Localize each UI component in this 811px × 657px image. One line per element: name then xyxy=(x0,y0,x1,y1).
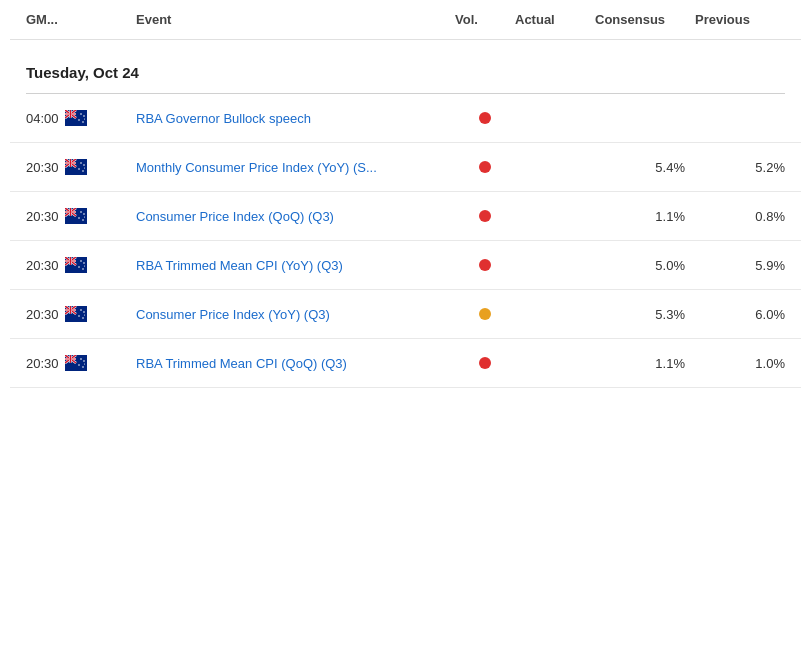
previous-value: 1.0% xyxy=(695,356,785,371)
events-list: 04:00 RBA Governor Bullock speech20:30 xyxy=(10,94,801,388)
svg-point-85 xyxy=(80,358,82,360)
svg-point-74 xyxy=(84,315,85,316)
high-vol-indicator xyxy=(479,161,491,173)
flag-au-icon xyxy=(65,355,87,371)
svg-rect-84 xyxy=(65,359,76,360)
svg-point-55 xyxy=(80,260,82,262)
high-vol-indicator xyxy=(479,210,491,222)
high-vol-indicator xyxy=(479,259,491,271)
col-previous: Previous xyxy=(695,12,785,27)
svg-rect-24 xyxy=(65,163,76,164)
event-time: 20:30 xyxy=(26,160,59,175)
vol-cell xyxy=(455,259,515,271)
event-time: 20:30 xyxy=(26,307,59,322)
event-name[interactable]: RBA Governor Bullock speech xyxy=(136,111,455,126)
svg-point-28 xyxy=(82,170,84,172)
consensus-value: 5.4% xyxy=(595,160,695,175)
event-time: 20:30 xyxy=(26,258,59,273)
svg-rect-54 xyxy=(65,261,76,262)
svg-rect-69 xyxy=(65,310,76,311)
table-row[interactable]: 20:30 RBA Trimmed Mean CPI (QoQ) (Q3)1.1… xyxy=(10,339,801,388)
consensus-value: 5.0% xyxy=(595,258,695,273)
vol-cell xyxy=(455,357,515,369)
svg-point-57 xyxy=(78,266,80,268)
flag-au-icon xyxy=(65,208,87,224)
time-cell: 20:30 xyxy=(26,159,136,175)
section-date: Tuesday, Oct 24 xyxy=(10,40,801,93)
time-cell: 20:30 xyxy=(26,355,136,371)
event-name[interactable]: Consumer Price Index (YoY) (Q3) xyxy=(136,307,455,322)
svg-point-12 xyxy=(78,119,80,121)
vol-cell xyxy=(455,161,515,173)
col-event: Event xyxy=(136,12,455,27)
svg-point-58 xyxy=(82,268,84,270)
col-consensus: Consensus xyxy=(595,12,695,27)
time-cell: 20:30 xyxy=(26,257,136,273)
consensus-value: 1.1% xyxy=(595,209,695,224)
consensus-value: 1.1% xyxy=(595,356,695,371)
svg-point-43 xyxy=(82,219,84,221)
high-vol-indicator xyxy=(479,112,491,124)
table-row[interactable]: 20:30 Consumer Price Index (QoQ) (Q3)1.1… xyxy=(10,192,801,241)
col-actual: Actual xyxy=(515,12,595,27)
svg-point-88 xyxy=(82,366,84,368)
event-name[interactable]: RBA Trimmed Mean CPI (YoY) (Q3) xyxy=(136,258,455,273)
time-cell: 20:30 xyxy=(26,306,136,322)
svg-point-25 xyxy=(80,162,82,164)
event-name[interactable]: Consumer Price Index (QoQ) (Q3) xyxy=(136,209,455,224)
svg-point-72 xyxy=(78,315,80,317)
col-vol: Vol. xyxy=(455,12,515,27)
event-time: 20:30 xyxy=(26,209,59,224)
svg-point-71 xyxy=(83,311,85,313)
previous-value: 5.2% xyxy=(695,160,785,175)
svg-point-10 xyxy=(80,113,82,115)
vol-cell xyxy=(455,308,515,320)
svg-point-42 xyxy=(78,217,80,219)
svg-point-13 xyxy=(82,121,84,123)
flag-au-icon xyxy=(65,110,87,126)
col-gmt: GM... xyxy=(26,12,136,27)
svg-point-11 xyxy=(83,115,85,117)
event-name[interactable]: RBA Trimmed Mean CPI (QoQ) (Q3) xyxy=(136,356,455,371)
svg-point-89 xyxy=(84,364,85,365)
vol-cell xyxy=(455,210,515,222)
table-row[interactable]: 20:30 Monthly Consumer Price Index (YoY)… xyxy=(10,143,801,192)
vol-cell xyxy=(455,112,515,124)
time-cell: 04:00 xyxy=(26,110,136,126)
svg-point-26 xyxy=(83,164,85,166)
svg-point-70 xyxy=(80,309,82,311)
medium-vol-indicator xyxy=(479,308,491,320)
table-row[interactable]: 20:30 Consumer Price Index (YoY) (Q3)5.3… xyxy=(10,290,801,339)
flag-au-icon xyxy=(65,257,87,273)
svg-point-29 xyxy=(84,168,85,169)
svg-point-87 xyxy=(78,364,80,366)
svg-point-14 xyxy=(84,119,85,120)
time-cell: 20:30 xyxy=(26,208,136,224)
high-vol-indicator xyxy=(479,357,491,369)
flag-au-icon xyxy=(65,306,87,322)
table-row[interactable]: 20:30 RBA Trimmed Mean CPI (YoY) (Q3)5.0… xyxy=(10,241,801,290)
svg-point-86 xyxy=(83,360,85,362)
economic-calendar: GM... Event Vol. Actual Consensus Previo… xyxy=(0,0,811,388)
svg-point-59 xyxy=(84,266,85,267)
svg-point-27 xyxy=(78,168,80,170)
svg-point-40 xyxy=(80,211,82,213)
event-time: 04:00 xyxy=(26,111,59,126)
svg-point-73 xyxy=(82,317,84,319)
event-name[interactable]: Monthly Consumer Price Index (YoY) (S... xyxy=(136,160,455,175)
svg-rect-39 xyxy=(65,212,76,213)
svg-point-56 xyxy=(83,262,85,264)
flag-au-icon xyxy=(65,159,87,175)
previous-value: 0.8% xyxy=(695,209,785,224)
event-time: 20:30 xyxy=(26,356,59,371)
table-header: GM... Event Vol. Actual Consensus Previo… xyxy=(10,0,801,40)
table-row[interactable]: 04:00 RBA Governor Bullock speech xyxy=(10,94,801,143)
consensus-value: 5.3% xyxy=(595,307,695,322)
previous-value: 6.0% xyxy=(695,307,785,322)
previous-value: 5.9% xyxy=(695,258,785,273)
svg-point-41 xyxy=(83,213,85,215)
svg-rect-9 xyxy=(65,114,76,115)
svg-point-44 xyxy=(84,217,85,218)
